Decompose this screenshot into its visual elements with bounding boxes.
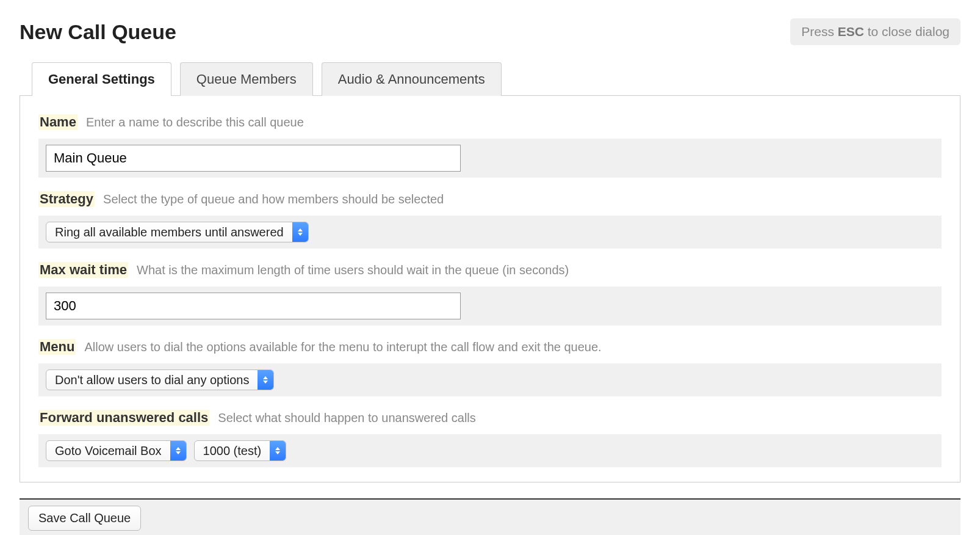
esc-hint-prefix: Press bbox=[801, 24, 838, 38]
menu-desc: Allow users to dial the options availabl… bbox=[84, 340, 601, 354]
forward-label: Forward unanswered calls bbox=[38, 410, 209, 426]
dialog-title: New Call Queue bbox=[20, 20, 176, 44]
menu-selected: Don't allow users to dial any options bbox=[46, 370, 258, 390]
select-arrows-icon bbox=[170, 441, 186, 460]
name-input[interactable] bbox=[46, 145, 461, 172]
tab-general-settings[interactable]: General Settings bbox=[32, 62, 171, 96]
select-arrows-icon bbox=[258, 370, 273, 390]
tab-audio-announcements[interactable]: Audio & Announcements bbox=[322, 62, 502, 96]
forward-desc: Select what should happen to unanswered … bbox=[218, 411, 476, 425]
forward-action-selected: Goto Voicemail Box bbox=[46, 441, 170, 460]
strategy-selected: Ring all available members until answere… bbox=[46, 222, 292, 242]
select-arrows-icon bbox=[270, 441, 286, 460]
forward-target-select[interactable]: 1000 (test) bbox=[194, 440, 287, 461]
name-desc: Enter a name to describe this call queue bbox=[86, 115, 304, 129]
esc-hint-suffix: to close dialog bbox=[864, 24, 949, 38]
strategy-desc: Select the type of queue and how members… bbox=[103, 192, 444, 206]
forward-action-select[interactable]: Goto Voicemail Box bbox=[46, 440, 187, 461]
tab-panel-general: Name Enter a name to describe this call … bbox=[20, 95, 960, 482]
strategy-select[interactable]: Ring all available members until answere… bbox=[46, 222, 309, 242]
footer-bar: Save Call Queue bbox=[20, 498, 960, 535]
strategy-label: Strategy bbox=[38, 191, 95, 207]
max-wait-label: Max wait time bbox=[38, 262, 128, 278]
name-label: Name bbox=[38, 114, 77, 130]
menu-label: Menu bbox=[38, 339, 76, 355]
tab-queue-members[interactable]: Queue Members bbox=[180, 62, 313, 96]
menu-select[interactable]: Don't allow users to dial any options bbox=[46, 369, 274, 390]
esc-key-label: ESC bbox=[838, 24, 864, 38]
select-arrows-icon bbox=[292, 222, 308, 242]
tabs: General Settings Queue Members Audio & A… bbox=[32, 62, 960, 96]
max-wait-desc: What is the maximum length of time users… bbox=[137, 263, 569, 277]
save-call-queue-button[interactable]: Save Call Queue bbox=[28, 506, 141, 531]
forward-target-selected: 1000 (test) bbox=[195, 441, 270, 460]
max-wait-input[interactable] bbox=[46, 293, 461, 319]
esc-close-hint: Press ESC to close dialog bbox=[790, 18, 960, 45]
